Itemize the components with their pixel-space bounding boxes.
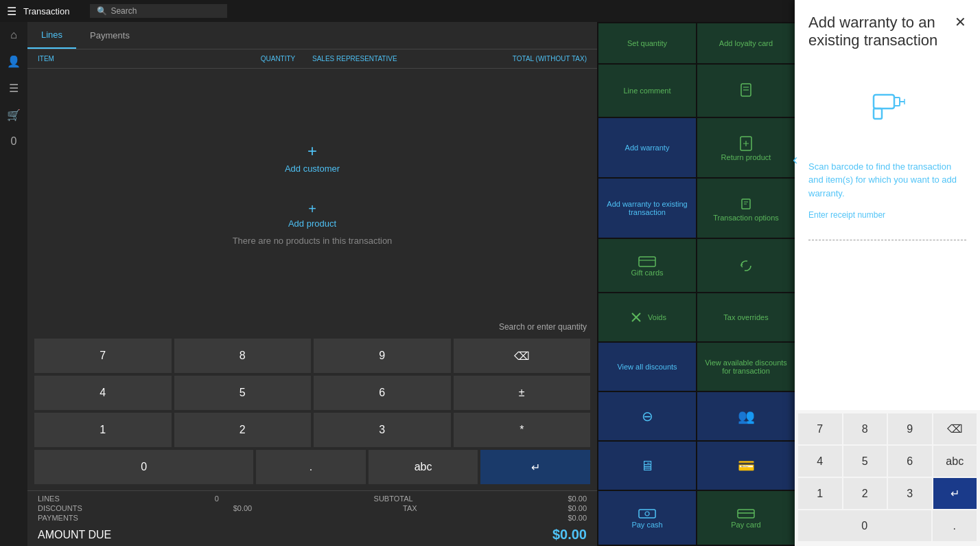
panel-key-6[interactable]: 6: [888, 446, 932, 477]
footer: LINES 0 SUBTOTAL $0.00 DISCOUNTS $0.00 T…: [27, 490, 597, 546]
action-icon-4[interactable]: 💳: [697, 442, 795, 490]
panel-key-9[interactable]: 9: [888, 413, 932, 444]
table-header: ITEM QUANTITY SALES REPRESENTATIVE TOTAL…: [27, 49, 597, 69]
action-return-product[interactable]: Return product: [697, 118, 795, 177]
barcode-scanner-icon: [860, 81, 915, 136]
tax-value: $0.00: [568, 504, 587, 512]
col-total-header: TOTAL (WITHOUT TAX): [450, 55, 587, 62]
panel-key-7[interactable]: 7: [798, 413, 842, 444]
add-customer-icon: +: [307, 141, 317, 161]
no-products-text: There are no products in this transactio…: [233, 236, 393, 246]
key-dot[interactable]: .: [256, 450, 366, 484]
panel-description: Scan barcode to find the transaction and…: [808, 160, 966, 201]
actions-grid: Set quantity Add loyalty card Line comme…: [597, 22, 796, 546]
keypad-row-2: 4 5 6 ±: [34, 376, 590, 410]
panel-key-1[interactable]: 1: [798, 478, 842, 509]
key-plusminus[interactable]: ±: [454, 376, 591, 410]
panel-key-decimal[interactable]: .: [933, 510, 977, 541]
action-set-quantity[interactable]: Set quantity: [598, 23, 696, 63]
menu-icon[interactable]: ☰: [7, 5, 16, 18]
key-4[interactable]: 4: [34, 376, 172, 410]
panel-key-0[interactable]: 0: [798, 510, 931, 541]
search-placeholder: Search: [110, 6, 137, 16]
sidebar-home-icon[interactable]: ⌂: [10, 29, 17, 41]
key-7[interactable]: 7: [34, 339, 172, 373]
tab-lines[interactable]: Lines: [27, 22, 76, 49]
key-8[interactable]: 8: [174, 339, 312, 373]
key-2[interactable]: 2: [174, 413, 312, 447]
tax-label: TAX: [403, 504, 417, 512]
key-backspace[interactable]: ⌫: [454, 339, 591, 373]
add-customer-label: Add customer: [285, 163, 340, 174]
keypad-label: Search or enter quantity: [27, 319, 597, 335]
payments-value: $0.00: [568, 514, 587, 522]
action-view-discounts[interactable]: View all discounts: [598, 343, 696, 391]
action-tax-overrides[interactable]: Tax overrides: [697, 293, 795, 341]
key-6[interactable]: 6: [314, 376, 451, 410]
amount-due-label: AMOUNT DUE: [38, 529, 111, 541]
action-gift-cards[interactable]: Gift cards: [598, 239, 696, 293]
tabs: Lines Payments: [27, 22, 597, 49]
action-transaction-options[interactable]: Transaction options: [697, 179, 795, 238]
action-pay-card[interactable]: Pay card: [697, 491, 795, 545]
footer-lines-row: LINES 0 SUBTOTAL $0.00: [38, 494, 587, 503]
action-icon-3[interactable]: 🖥: [598, 442, 696, 490]
panel-key-enter[interactable]: ↵: [933, 478, 977, 509]
key-multiply[interactable]: *: [454, 413, 591, 447]
transaction-options-label: Transaction options: [713, 214, 779, 222]
lines-value: 0: [215, 494, 219, 503]
key-abc[interactable]: abc: [369, 450, 478, 484]
panel-keypad: 7 8 9 ⌫ 4 5 6 abc 1 2 3 ↵ 0 .: [795, 410, 980, 546]
key-3[interactable]: 3: [314, 413, 451, 447]
key-1[interactable]: 1: [34, 413, 172, 447]
subtotal-value: $0.00: [568, 494, 587, 503]
panel-key-backspace[interactable]: ⌫: [933, 413, 977, 444]
tab-payments[interactable]: Payments: [76, 22, 143, 49]
svg-rect-11: [738, 510, 754, 518]
action-pay-cash[interactable]: Pay cash: [598, 491, 696, 545]
key-0[interactable]: 0: [34, 450, 253, 484]
panel-keypad-row-2: 4 5 6 abc: [798, 446, 977, 477]
action-line-comment[interactable]: Line comment: [598, 65, 696, 117]
add-customer-button[interactable]: + Add customer: [285, 141, 340, 174]
sidebar-menu-icon[interactable]: ☰: [9, 82, 19, 95]
receipt-number-input[interactable]: [808, 222, 966, 240]
action-voids[interactable]: Voids: [598, 293, 696, 341]
panel-input-label: Enter receipt number: [808, 210, 966, 220]
panel-header: Add warranty to an existing transaction …: [795, 0, 980, 57]
return-product-label: Return product: [721, 153, 771, 161]
lines-label: LINES: [38, 494, 60, 503]
key-enter[interactable]: ↵: [480, 450, 590, 484]
search-bar[interactable]: 🔍 Search: [90, 4, 227, 18]
sidebar: ⌂ 👤 ☰ 🛒 0: [0, 22, 27, 546]
action-add-warranty[interactable]: Add warranty: [598, 118, 696, 177]
action-void[interactable]: [697, 239, 795, 293]
action-warranty-existing[interactable]: Add warranty to existing transaction: [598, 179, 696, 238]
panel-key-5[interactable]: 5: [843, 446, 887, 477]
action-add-loyalty[interactable]: Add loyalty card: [697, 23, 795, 63]
svg-rect-14: [874, 109, 882, 119]
key-9[interactable]: 9: [314, 339, 451, 373]
panel-key-3[interactable]: 3: [888, 478, 932, 509]
action-return-product-icon[interactable]: [697, 65, 795, 117]
input-label-link: number: [857, 210, 885, 220]
panel-key-4[interactable]: 4: [798, 446, 842, 477]
discounts-value: $0.00: [233, 504, 253, 512]
panel-key-8[interactable]: 8: [843, 413, 887, 444]
panel-key-2[interactable]: 2: [843, 478, 887, 509]
action-available-discounts[interactable]: View available discounts for transaction: [697, 343, 795, 391]
panel-key-abc[interactable]: abc: [933, 446, 977, 477]
panel-desc-link: item(s): [826, 174, 853, 185]
key-5[interactable]: 5: [174, 376, 312, 410]
footer-discounts-row: DISCOUNTS $0.00 TAX $0.00: [38, 504, 587, 512]
sidebar-user-icon[interactable]: 👤: [7, 55, 21, 68]
sidebar-cart-icon[interactable]: 🛒: [7, 109, 21, 122]
scroll-back-arrow[interactable]: ‹: [793, 151, 797, 169]
action-icon-1[interactable]: ⊖: [598, 392, 696, 440]
add-product-button[interactable]: + Add product: [288, 201, 336, 229]
panel-close-button[interactable]: ✕: [955, 14, 966, 30]
col-qty-header: QUANTITY: [244, 55, 312, 62]
action-icon-2[interactable]: 👥: [697, 392, 795, 440]
panel-body: Scan barcode to find the transaction and…: [795, 57, 980, 410]
svg-rect-13: [874, 95, 894, 109]
